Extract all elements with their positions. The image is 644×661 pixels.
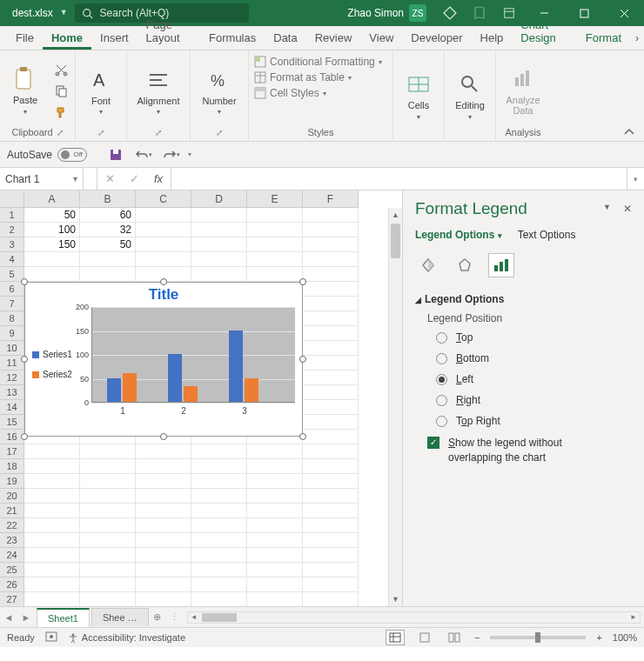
cell[interactable] — [247, 489, 303, 504]
row-header[interactable]: 27 — [0, 592, 24, 606]
new-sheet-button[interactable]: ⊕ — [149, 611, 166, 623]
cell[interactable] — [191, 504, 247, 518]
cell[interactable] — [303, 459, 359, 474]
legend-options-section[interactable]: ◢Legend Options — [415, 293, 632, 305]
macro-record-icon[interactable] — [45, 631, 57, 644]
cell[interactable] — [303, 326, 359, 341]
row-header[interactable]: 25 — [0, 563, 24, 578]
column-header[interactable]: F — [303, 190, 359, 208]
cell[interactable] — [303, 252, 359, 267]
cell[interactable] — [80, 474, 136, 489]
column-header[interactable]: E — [247, 190, 303, 208]
cell[interactable] — [191, 489, 247, 504]
legend-options-icon[interactable] — [488, 253, 514, 277]
resize-handle[interactable] — [299, 278, 306, 285]
row-header[interactable]: 18 — [0, 459, 24, 474]
cell[interactable] — [191, 592, 247, 606]
cell[interactable] — [303, 548, 359, 563]
cell[interactable] — [80, 459, 136, 474]
cell[interactable] — [303, 267, 359, 282]
cell[interactable] — [136, 563, 191, 578]
cell[interactable] — [303, 311, 359, 326]
cell[interactable] — [136, 518, 191, 533]
cell[interactable] — [303, 297, 359, 311]
cell[interactable] — [136, 592, 191, 606]
cell[interactable] — [247, 563, 303, 578]
cell[interactable] — [247, 252, 303, 267]
row-header[interactable]: 13 — [0, 385, 24, 400]
cell[interactable] — [303, 474, 359, 489]
chart-bar[interactable] — [168, 354, 182, 402]
cell[interactable] — [247, 504, 303, 518]
dialog-launcher-icon[interactable]: ⤢ — [155, 128, 162, 137]
chart-bar[interactable] — [123, 373, 137, 402]
row-header[interactable]: 20 — [0, 489, 24, 504]
resize-handle[interactable] — [299, 433, 306, 440]
cell[interactable] — [136, 504, 191, 518]
cell[interactable] — [80, 504, 136, 518]
cell[interactable]: 50 — [24, 208, 80, 223]
close-button[interactable] — [604, 0, 644, 26]
resize-handle[interactable] — [21, 278, 28, 285]
cell[interactable] — [136, 252, 191, 267]
scrollbar-thumb[interactable] — [391, 224, 400, 258]
cell[interactable]: 50 — [80, 237, 136, 252]
accessibility-button[interactable]: Accessibility: Investigate — [68, 632, 185, 643]
cell[interactable] — [303, 430, 359, 444]
cell[interactable] — [80, 592, 136, 606]
select-all-button[interactable] — [0, 190, 24, 208]
zoom-level[interactable]: 100% — [613, 632, 637, 643]
pane-close-button[interactable]: ✕ — [623, 203, 632, 215]
row-header[interactable]: 6 — [0, 282, 24, 297]
cell[interactable] — [303, 592, 359, 606]
scroll-down-icon[interactable]: ▼ — [389, 592, 402, 606]
horizontal-scrollbar[interactable]: ◄ ► — [187, 611, 641, 624]
row-header[interactable]: 19 — [0, 474, 24, 489]
cell[interactable] — [191, 237, 247, 252]
cell[interactable] — [24, 459, 80, 474]
cell[interactable] — [80, 578, 136, 592]
tab-format[interactable]: Format — [577, 26, 630, 50]
copy-button[interactable] — [52, 82, 70, 99]
cell[interactable] — [247, 533, 303, 548]
page-break-view-button[interactable] — [445, 630, 464, 645]
cell[interactable] — [136, 474, 191, 489]
redo-button[interactable]: ▾ — [160, 144, 183, 165]
font-button[interactable]: A Font▾ — [81, 64, 121, 117]
resize-handle[interactable] — [160, 433, 167, 440]
insert-function-button[interactable]: fx — [146, 172, 171, 185]
row-header[interactable]: 9 — [0, 326, 24, 341]
dialog-launcher-icon[interactable]: ⤢ — [216, 128, 223, 137]
tab-page-layout[interactable]: Page Layout — [138, 13, 200, 50]
cell[interactable] — [24, 563, 80, 578]
legend-position-right[interactable]: Right — [436, 394, 632, 406]
sheet-tab-active[interactable]: Sheet1 — [37, 608, 90, 627]
row-header[interactable]: 23 — [0, 533, 24, 548]
cell[interactable] — [191, 223, 247, 237]
dialog-launcher-icon[interactable]: ⤢ — [97, 128, 104, 137]
cell[interactable] — [136, 223, 191, 237]
cell[interactable] — [191, 548, 247, 563]
cell-styles-button[interactable]: Cell Styles▾ — [254, 85, 326, 101]
cell[interactable] — [191, 444, 247, 459]
chart-plot-area[interactable]: 050100150200123 — [91, 307, 295, 403]
zoom-slider[interactable] — [490, 636, 586, 639]
cell[interactable] — [191, 252, 247, 267]
cell[interactable] — [80, 489, 136, 504]
formula-input[interactable] — [171, 168, 627, 190]
chart-bar[interactable] — [107, 378, 121, 403]
tab-review[interactable]: Review — [306, 26, 361, 50]
cell[interactable] — [24, 474, 80, 489]
cell[interactable] — [136, 548, 191, 563]
cell[interactable] — [80, 267, 136, 282]
cell[interactable] — [247, 444, 303, 459]
resize-handle[interactable] — [160, 278, 167, 285]
cell[interactable] — [24, 444, 80, 459]
cell[interactable] — [247, 237, 303, 252]
page-layout-view-button[interactable] — [415, 630, 434, 645]
cancel-formula-button[interactable]: ✕ — [97, 172, 122, 185]
row-header[interactable]: 26 — [0, 578, 24, 592]
cell[interactable] — [24, 267, 80, 282]
text-options-tab[interactable]: Text Options — [518, 229, 576, 241]
cell[interactable] — [191, 208, 247, 223]
